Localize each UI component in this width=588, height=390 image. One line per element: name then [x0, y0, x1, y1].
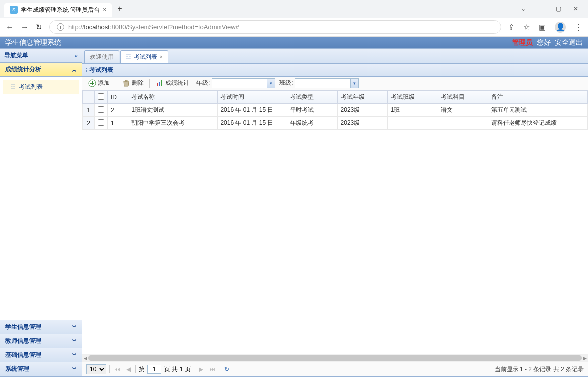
close-tab-icon[interactable]: ×: [160, 54, 163, 60]
col-type[interactable]: 考试类型: [287, 91, 337, 104]
row-checkbox[interactable]: [98, 106, 104, 113]
cell-remark: 请科任老师尽快登记成绩: [488, 117, 588, 130]
menu-icon[interactable]: ⋮: [575, 23, 582, 32]
chevron-down-icon[interactable]: ▾: [267, 79, 275, 88]
svg-rect-2: [159, 82, 160, 86]
url-input[interactable]: i http://localhost:8080/SystemServlet?me…: [49, 20, 501, 34]
tab-label: 考试列表: [134, 53, 157, 61]
header-row: ID 考试名称 考试时间 考试类型 考试年级 考试班级 考试科目 备注: [83, 91, 588, 104]
back-icon[interactable]: ←: [6, 23, 14, 32]
select-all-checkbox[interactable]: [98, 93, 104, 100]
stats-button[interactable]: 成绩统计: [153, 78, 192, 88]
prev-page-icon[interactable]: ◀: [125, 366, 132, 373]
page-input[interactable]: [147, 365, 161, 374]
grade-input[interactable]: [212, 80, 267, 87]
separator: [194, 365, 194, 373]
separator: [109, 365, 110, 373]
section-label: 学生信息管理: [5, 323, 41, 331]
last-page-icon[interactable]: ⏭: [208, 366, 217, 373]
app-title: 学生信息管理系统: [5, 38, 61, 47]
svg-rect-3: [161, 80, 162, 86]
col-time[interactable]: 考试时间: [218, 91, 287, 104]
main-tabs: 欢迎使用 ☲ 考试列表 ×: [82, 49, 588, 64]
sidebar-section-student[interactable]: 学生信息管理 ︾: [0, 320, 82, 334]
next-page-icon[interactable]: ▶: [197, 366, 205, 373]
chevron-down-icon[interactable]: ⌄: [521, 5, 526, 12]
grade-combo[interactable]: ▾: [212, 78, 275, 88]
maximize-icon[interactable]: ▢: [556, 5, 561, 12]
page-size-select[interactable]: 10: [86, 364, 106, 374]
col-subject[interactable]: 考试科目: [438, 91, 488, 104]
cell-subject: 语文: [438, 104, 488, 117]
row-num: 2: [83, 117, 95, 130]
add-button[interactable]: 添加: [85, 78, 113, 88]
page-prefix: 第: [139, 365, 145, 374]
first-page-icon[interactable]: ⏮: [113, 366, 122, 373]
collapse-icon[interactable]: «: [75, 53, 78, 59]
col-checkbox: [95, 91, 108, 104]
chevron-down-icon: ︾: [72, 352, 77, 359]
minimize-icon[interactable]: —: [538, 5, 544, 12]
class-combo[interactable]: ▾: [295, 78, 359, 88]
forward-icon[interactable]: →: [21, 23, 29, 32]
reload-icon[interactable]: ↻: [36, 23, 42, 32]
cell-type: 平时考试: [287, 104, 337, 117]
sidebar-section-stats[interactable]: 成绩统计分析 ︽: [0, 63, 82, 77]
tab-welcome[interactable]: 欢迎使用: [84, 50, 119, 63]
close-icon[interactable]: ×: [103, 6, 106, 13]
cell-time: 2016 年 01 月 15 日: [218, 104, 287, 117]
row-checkbox[interactable]: [98, 119, 104, 126]
share-icon[interactable]: ⇪: [508, 23, 514, 32]
tab-exam-list[interactable]: ☲ 考试列表 ×: [120, 50, 168, 63]
cell-id: 2: [108, 104, 128, 117]
favicon-icon: S: [10, 6, 18, 14]
profile-icon[interactable]: 👤: [555, 22, 566, 33]
panel-title-bar: 考试列表: [82, 64, 588, 77]
logout-link[interactable]: 安全退出: [555, 38, 583, 47]
chevron-down-icon: ︾: [72, 324, 77, 331]
col-rownum: [83, 91, 95, 104]
cell-subject: [438, 117, 488, 130]
grade-label: 年级:: [196, 79, 210, 87]
browser-tab[interactable]: S 学生成绩管理系统 管理员后台 ×: [4, 3, 112, 17]
horizontal-scrollbar[interactable]: ◀ ▶: [82, 354, 588, 362]
delete-button[interactable]: 删除: [119, 78, 147, 88]
new-tab-button[interactable]: +: [112, 2, 127, 15]
table-row[interactable]: 2 1 朝阳中学第三次会考 2016 年 01 月 15 日 年级统考 2023…: [83, 117, 588, 130]
chevron-up-icon: ︽: [72, 66, 77, 73]
refresh-icon[interactable]: ↻: [223, 366, 231, 373]
panel-icon[interactable]: ▣: [539, 23, 546, 32]
data-grid: ID 考试名称 考试时间 考试类型 考试年级 考试班级 考试科目 备注 1 2 …: [82, 90, 588, 354]
col-id[interactable]: ID: [108, 91, 128, 104]
chevron-down-icon[interactable]: ▾: [350, 79, 358, 88]
section-label: 基础信息管理: [5, 351, 41, 359]
cell-type: 年级统考: [287, 117, 337, 130]
bookmark-icon[interactable]: ☆: [523, 23, 530, 32]
cell-class: [387, 117, 438, 130]
class-input[interactable]: [295, 80, 350, 87]
col-class[interactable]: 考试班级: [387, 91, 438, 104]
address-bar: ← → ↻ i http://localhost:8080/SystemServ…: [0, 18, 588, 37]
cell-class: 1班: [387, 104, 438, 117]
sidebar-item-exam-list[interactable]: ☲ 考试列表: [3, 80, 79, 94]
close-window-icon[interactable]: ✕: [573, 5, 578, 12]
site-info-icon[interactable]: i: [57, 23, 64, 31]
sidebar-section-base[interactable]: 基础信息管理 ︾: [0, 348, 82, 362]
browser-tab-bar: S 学生成绩管理系统 管理员后台 × + ⌄ — ▢ ✕: [0, 0, 588, 18]
col-name[interactable]: 考试名称: [128, 91, 218, 104]
url-text: http://localhost:8080/SystemServlet?meth…: [68, 23, 239, 31]
scroll-thumb[interactable]: [88, 355, 582, 361]
col-remark[interactable]: 备注: [488, 91, 588, 104]
user-role: 管理员: [512, 38, 533, 47]
table-row[interactable]: 1 2 1班语文测试 2016 年 01 月 15 日 平时考试 2023级 1…: [83, 104, 588, 117]
sidebar-section-teacher[interactable]: 教师信息管理 ︾: [0, 334, 82, 348]
sidebar-header: 导航菜单 «: [0, 49, 82, 63]
chevron-down-icon: ︾: [72, 338, 77, 345]
scroll-right-icon[interactable]: ▶: [582, 354, 588, 362]
scroll-left-icon[interactable]: ◀: [82, 354, 88, 362]
col-grade[interactable]: 考试年级: [337, 91, 387, 104]
section-label: 系统管理: [5, 365, 29, 373]
sidebar-section-system[interactable]: 系统管理 ︾: [0, 362, 82, 376]
row-num: 1: [83, 104, 95, 117]
separator: [135, 365, 136, 373]
